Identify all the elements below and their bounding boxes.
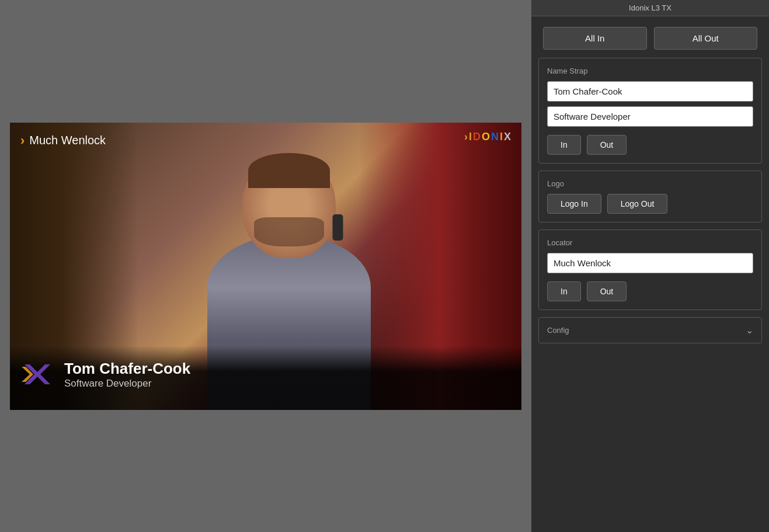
idonix-chevron-icon: › <box>464 131 468 143</box>
person-head <box>242 153 336 258</box>
video-frame: › Much Wenlock › I D O N I X Tom <box>10 123 521 410</box>
logo-buttons: Logo In Logo Out <box>547 194 753 214</box>
config-label: Config <box>547 326 569 335</box>
name-strap-section: Name Strap In Out <box>538 58 762 164</box>
idonix-brand-n: N <box>491 131 499 143</box>
name-strap-label: Name Strap <box>547 67 753 75</box>
idonix-brand-i: I <box>469 131 472 143</box>
idonix-logo-top: › I D O N I X <box>464 131 511 143</box>
idonix-brand-o: O <box>482 131 490 143</box>
config-section: Config ⌄ <box>538 317 762 343</box>
name-strap-in-button[interactable]: In <box>547 135 581 155</box>
locator-label: Locator <box>547 238 753 247</box>
locator-input[interactable] <box>547 253 753 273</box>
lower-third-text: Tom Chafer-Cook Software Developer <box>64 360 190 390</box>
all-in-button[interactable]: All In <box>543 27 647 50</box>
lower-name: Tom Chafer-Cook <box>64 360 190 378</box>
config-header[interactable]: Config ⌄ <box>539 318 761 343</box>
global-buttons: All In All Out <box>531 16 769 58</box>
logo-section: Logo Logo In Logo Out <box>538 171 762 222</box>
location-text: Much Wenlock <box>29 134 106 147</box>
name-strap-buttons: In Out <box>547 135 753 155</box>
idonix-brand-i2: I <box>500 131 503 143</box>
locator-in-button[interactable]: In <box>547 281 581 301</box>
logo-label: Logo <box>547 179 753 188</box>
locator-out-button[interactable]: Out <box>587 281 627 301</box>
locator-buttons: In Out <box>547 281 753 301</box>
video-panel: › Much Wenlock › I D O N I X Tom <box>0 0 531 532</box>
lower-title: Software Developer <box>64 378 190 390</box>
right-panel: Idonix L3 TX All In All Out Name Strap I… <box>531 0 769 532</box>
person-hair <box>248 153 330 188</box>
name-input[interactable] <box>547 81 753 102</box>
logo-out-button[interactable]: Logo Out <box>607 194 668 214</box>
headphones <box>238 217 340 235</box>
location-bar: › Much Wenlock <box>20 133 106 148</box>
location-chevron-icon: › <box>20 133 25 148</box>
panel-title: Idonix L3 TX <box>531 0 769 16</box>
config-chevron-icon: ⌄ <box>746 325 753 336</box>
svg-marker-0 <box>25 364 50 384</box>
idonix-brand-x: X <box>504 131 511 143</box>
lower-third: Tom Chafer-Cook Software Developer <box>10 346 521 410</box>
locator-section: Locator In Out <box>538 230 762 310</box>
logo-in-button[interactable]: Logo In <box>547 194 601 214</box>
idonix-x-logo <box>22 359 54 391</box>
idonix-brand-d: D <box>473 131 481 143</box>
all-out-button[interactable]: All Out <box>654 27 758 50</box>
name-strap-out-button[interactable]: Out <box>587 135 627 155</box>
title-input[interactable] <box>547 106 753 127</box>
